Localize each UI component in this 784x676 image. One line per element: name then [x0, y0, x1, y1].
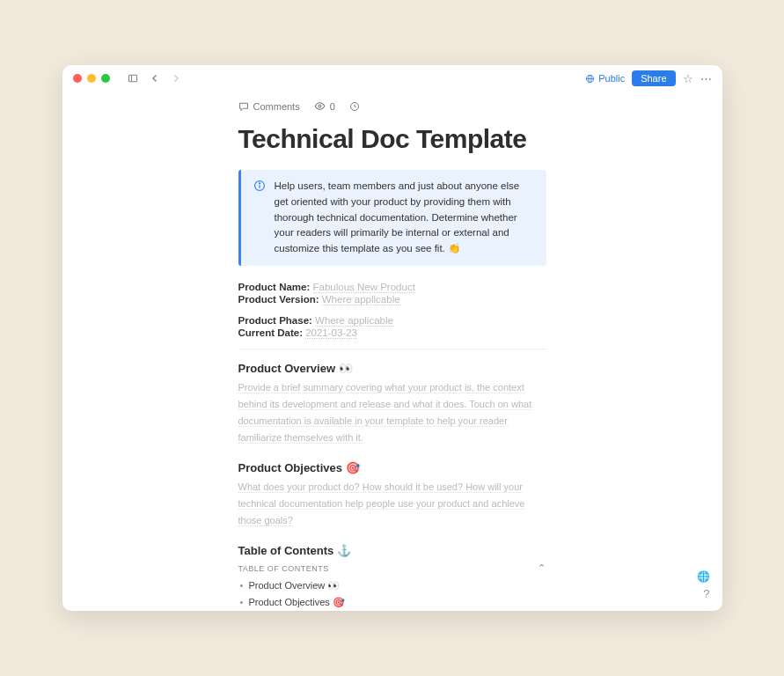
document-content[interactable]: Comments 0 Technical Doc Template Help u…: [62, 92, 722, 611]
more-options-icon[interactable]: ⋯: [700, 72, 712, 85]
floating-globe-icon[interactable]: 🌐: [697, 570, 710, 583]
nav-forward-button[interactable]: [168, 72, 184, 84]
view-count-value: 0: [330, 101, 335, 112]
titlebar-right: Public Share ☆ ⋯: [585, 70, 711, 86]
objectives-placeholder: What does your product do? How should it…: [238, 481, 525, 526]
eye-icon: [314, 100, 326, 112]
document-meta-bar: Comments 0: [238, 92, 546, 124]
overview-body[interactable]: Provide a brief summary covering what yo…: [238, 378, 546, 445]
field-group-2: Product Phase: Where applicable Current …: [238, 315, 546, 338]
toc-sublabel: TABLE OF CONTENTS: [238, 564, 329, 573]
page-title[interactable]: Technical Doc Template: [238, 124, 546, 154]
overview-heading[interactable]: Product Overview 👀: [238, 362, 546, 375]
globe-icon: [585, 74, 595, 84]
public-badge[interactable]: Public: [585, 73, 625, 84]
history-button[interactable]: [349, 101, 360, 112]
nav-back-button[interactable]: [147, 72, 163, 84]
app-window: Public Share ☆ ⋯ Comments 0 Technical Do…: [62, 65, 722, 611]
titlebar-left: [73, 71, 184, 85]
divider: [238, 349, 546, 349]
window-controls: [73, 74, 110, 83]
svg-point-5: [319, 105, 321, 107]
callout-text: Help users, team members and just about …: [275, 179, 534, 257]
svg-point-9: [259, 183, 260, 184]
comment-icon: [238, 101, 249, 112]
current-date-field[interactable]: Current Date: 2021-03-23: [238, 327, 546, 338]
close-window-button[interactable]: [73, 74, 82, 83]
info-callout[interactable]: Help users, team members and just about …: [238, 170, 546, 266]
overview-placeholder: Provide a brief summary covering what yo…: [238, 382, 532, 444]
info-icon: [253, 180, 266, 257]
field-group-1: Product Name: Fabulous New Product Produ…: [238, 282, 546, 305]
product-name-placeholder: Fabulous New Product: [313, 282, 415, 293]
toc-item[interactable]: Product Objectives 🎯: [238, 594, 546, 611]
product-version-label: Product Version:: [238, 294, 319, 305]
minimize-window-button[interactable]: [87, 74, 96, 83]
toc-sublabel-row: TABLE OF CONTENTS ⌃: [238, 562, 546, 574]
comments-label: Comments: [253, 101, 300, 112]
titlebar: Public Share ☆ ⋯: [62, 65, 722, 92]
maximize-window-button[interactable]: [101, 74, 110, 83]
toc-heading[interactable]: Table of Contents ⚓: [238, 544, 546, 557]
toc-collapse-icon[interactable]: ⌃: [538, 562, 546, 574]
sidebar-toggle-icon[interactable]: [124, 71, 142, 85]
favorite-icon[interactable]: ☆: [683, 72, 693, 85]
svg-rect-0: [128, 75, 136, 82]
current-date-placeholder: 2021-03-23: [305, 327, 357, 339]
product-version-field[interactable]: Product Version: Where applicable: [238, 294, 546, 305]
toc-item[interactable]: Product Overview 👀: [238, 577, 546, 594]
objectives-heading[interactable]: Product Objectives 🎯: [238, 461, 546, 474]
product-phase-label: Product Phase:: [238, 315, 312, 326]
product-name-label: Product Name:: [238, 282, 311, 292]
current-date-label: Current Date:: [238, 327, 303, 338]
product-phase-placeholder: Where applicable: [315, 315, 393, 327]
toc-list: Product Overview 👀 Product Objectives 🎯 …: [238, 577, 546, 611]
product-name-field[interactable]: Product Name: Fabulous New Product: [238, 282, 546, 292]
comments-button[interactable]: Comments: [238, 101, 300, 112]
product-phase-field[interactable]: Product Phase: Where applicable: [238, 315, 546, 326]
objectives-body[interactable]: What does your product do? How should it…: [238, 478, 546, 528]
help-icon[interactable]: ?: [703, 587, 709, 600]
public-label: Public: [598, 73, 625, 84]
share-button[interactable]: Share: [632, 70, 675, 86]
product-version-placeholder: Where applicable: [322, 294, 400, 305]
toc-section: Table of Contents ⚓ TABLE OF CONTENTS ⌃ …: [238, 544, 546, 611]
clock-icon: [349, 101, 360, 112]
view-count[interactable]: 0: [314, 100, 335, 112]
